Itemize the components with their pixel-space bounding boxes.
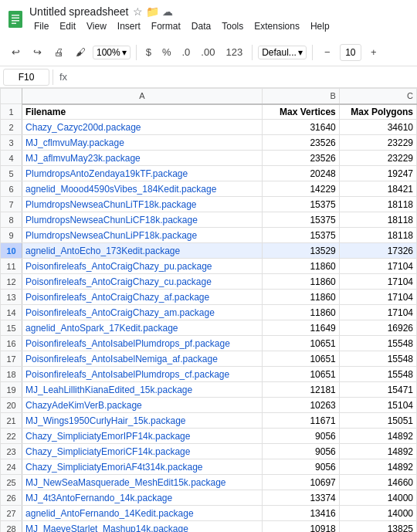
currency-button[interactable]: $ (142, 46, 155, 59)
row-number[interactable]: 13 (1, 290, 22, 305)
cell-a[interactable]: ChazyAdeKimVerB.package (22, 398, 263, 413)
cell-b[interactable]: 10263 (262, 398, 339, 413)
cell-c[interactable]: 23229 (339, 151, 416, 166)
row-number[interactable]: 18 (1, 367, 22, 382)
row-number[interactable]: 26 (1, 490, 22, 506)
cell-c[interactable]: 15104 (339, 398, 416, 413)
row-number[interactable]: 7 (1, 197, 22, 212)
cell-b[interactable]: 13529 (262, 243, 339, 259)
menu-insert[interactable]: Insert (113, 19, 145, 33)
cell-c[interactable]: 15548 (339, 367, 416, 382)
row-number[interactable]: 11 (1, 259, 22, 274)
print-button[interactable]: 🖨 (49, 43, 68, 62)
cell-b[interactable]: 11860 (262, 305, 339, 320)
menu-format[interactable]: Format (147, 19, 185, 33)
cell-b[interactable]: 13374 (262, 490, 339, 506)
cell-c[interactable]: 18118 (339, 228, 416, 243)
cell-a[interactable]: Poisonfireleafs_AntoIsabelPlumdrops_cf.p… (22, 367, 263, 382)
menu-tools[interactable]: Tools (217, 19, 248, 33)
cell-b[interactable]: 11671 (262, 413, 339, 429)
row-number[interactable]: 20 (1, 398, 22, 413)
cell-b[interactable]: 23526 (262, 135, 339, 151)
menu-data[interactable]: Data (187, 19, 215, 33)
cell-c[interactable]: 14000 (339, 490, 416, 506)
cell-c[interactable]: 18421 (339, 181, 416, 197)
cell-a[interactable]: MJ_Wings1950CurlyHair_15k.package (22, 413, 263, 429)
cell-a[interactable]: Poisonfireleafs_AntoCraigChazy_cu.packag… (22, 274, 263, 290)
cell-b[interactable]: 15375 (262, 228, 339, 243)
col-header-c[interactable]: C (339, 89, 416, 104)
cell-c[interactable]: 18118 (339, 212, 416, 228)
cell-a[interactable]: Chazy_Cazyc200d.package (22, 120, 263, 135)
menu-help[interactable]: Help (306, 19, 334, 33)
cell-a[interactable]: Poisonfireleafs_AntoIsabelNemiga_af.pack… (22, 351, 263, 367)
cell-b[interactable]: 9056 (262, 459, 339, 475)
undo-button[interactable]: ↩ (6, 43, 25, 62)
cell-c[interactable]: 17104 (339, 274, 416, 290)
cell-a[interactable]: Poisonfireleafs_AntoIsabelPlumdrops_pf.p… (22, 336, 263, 351)
cell-b[interactable]: 10651 (262, 351, 339, 367)
cloud-icon[interactable]: ☁ (162, 5, 173, 18)
row-number[interactable]: 25 (1, 475, 22, 490)
row-number[interactable]: 2 (1, 120, 22, 135)
menu-view[interactable]: View (82, 19, 111, 33)
row-number[interactable]: 3 (1, 135, 22, 151)
cell-c[interactable]: 13825 (339, 521, 416, 533)
cell-b[interactable]: 13416 (262, 506, 339, 521)
cell-b[interactable]: 11860 (262, 259, 339, 274)
cell-a[interactable]: MJ_4t3AntoFernando_14k.package (22, 490, 263, 506)
cell-c[interactable]: 17104 (339, 290, 416, 305)
cell-c[interactable]: Max Polygons (339, 104, 416, 120)
row-number[interactable]: 28 (1, 521, 22, 533)
cell-a[interactable]: Poisonfireleafs_AntoCraigChazy_am.packag… (22, 305, 263, 320)
formula-input[interactable] (73, 72, 414, 83)
decimal-increase-button[interactable]: .00 (197, 46, 219, 59)
row-number[interactable]: 16 (1, 336, 22, 351)
cell-c[interactable]: 14892 (339, 444, 416, 459)
percent-button[interactable]: % (158, 46, 175, 59)
row-number[interactable]: 17 (1, 351, 22, 367)
row-number[interactable]: 10 (1, 243, 22, 259)
cell-a[interactable]: PlumdropsNewseaChunLiTF18k.package (22, 197, 263, 212)
row-number[interactable]: 22 (1, 429, 22, 444)
cell-c[interactable]: 19247 (339, 166, 416, 181)
cell-a[interactable]: Poisonfireleafs_AntoCraigChazy_af.packag… (22, 290, 263, 305)
cell-b[interactable]: 14229 (262, 181, 339, 197)
cell-c[interactable]: 15051 (339, 413, 416, 429)
cell-c[interactable]: 15548 (339, 336, 416, 351)
star-icon[interactable]: ☆ (133, 5, 143, 18)
cell-a[interactable]: MJ_aflmvuMay23k.package (22, 151, 263, 166)
row-number[interactable]: 4 (1, 151, 22, 166)
cell-c[interactable]: 23229 (339, 135, 416, 151)
folder-icon[interactable]: 📁 (146, 5, 159, 18)
cell-a[interactable]: Poisonfireleafs_AntoCraigChazy_pu.packag… (22, 259, 263, 274)
cell-b[interactable]: 12181 (262, 382, 339, 398)
cell-b[interactable]: 11860 (262, 274, 339, 290)
cell-b[interactable]: 10697 (262, 475, 339, 490)
cell-a[interactable]: MJ_LeahLillithKianaEdited_15k.package (22, 382, 263, 398)
cell-b[interactable]: 9056 (262, 444, 339, 459)
cell-a[interactable]: PlumdropsNewseaChunLiPF18k.package (22, 228, 263, 243)
cell-a[interactable]: Chazy_SimpliciatyEmoriAF4t314k.package (22, 459, 263, 475)
cell-a[interactable]: MJ_NewSeaMasquerade_MeshEdit15k.package (22, 475, 263, 490)
row-number[interactable]: 23 (1, 444, 22, 459)
row-number[interactable]: 8 (1, 212, 22, 228)
cell-a[interactable]: PlumdropsAntoZendaya19kTF.package (22, 166, 263, 181)
cell-reference-input[interactable] (3, 69, 49, 86)
font-size-increase-button[interactable]: + (364, 43, 383, 62)
cell-b[interactable]: 10918 (262, 521, 339, 533)
row-number[interactable]: 12 (1, 274, 22, 290)
cell-a[interactable]: Chazy_SimpliciatyEmorIPF14k.package (22, 429, 263, 444)
cell-a[interactable]: Chazy_SimpliciatyEmoriCF14k.package (22, 444, 263, 459)
row-number[interactable]: 9 (1, 228, 22, 243)
menu-file[interactable]: File (29, 19, 53, 33)
decimal-decrease-button[interactable]: .0 (178, 46, 195, 59)
cell-b[interactable]: 15375 (262, 197, 339, 212)
cell-c[interactable]: 14892 (339, 459, 416, 475)
col-header-a[interactable]: A (22, 89, 263, 104)
cell-b[interactable]: 10651 (262, 367, 339, 382)
font-selector[interactable]: Defaul... ▾ (258, 46, 307, 59)
font-size-input[interactable] (340, 44, 361, 61)
cell-c[interactable]: 14000 (339, 506, 416, 521)
row-number[interactable]: 15 (1, 320, 22, 336)
